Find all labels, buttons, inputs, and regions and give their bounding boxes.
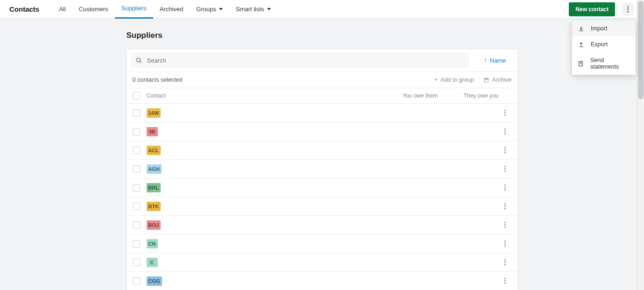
table-body: 14W 3B ACL AGH [127,104,517,290]
row-menu-button[interactable] [499,128,512,134]
row-menu-button[interactable] [499,166,512,172]
dropdown-item-export[interactable]: Export [572,36,636,52]
nav-tabs: AllCustomersSuppliersArchivedGroupsSmart… [52,0,277,19]
page-title: Suppliers [127,31,518,40]
add-to-group-button[interactable]: + Add to group [434,77,474,83]
nav-tab-smart-lists[interactable]: Smart lists [229,0,277,19]
nav-tab-suppliers[interactable]: Suppliers [115,0,153,19]
row-menu-button[interactable] [499,259,512,265]
new-contact-button[interactable]: New contact [569,2,615,16]
scrollbar-thumb[interactable] [638,1,644,99]
nav-tab-label: Customers [79,0,108,19]
table-row[interactable]: BTK [127,197,517,216]
row-menu-button[interactable] [499,147,512,153]
nav-tab-label: Smart lists [236,0,264,19]
contact-badge: 3B [147,127,158,136]
contact-badge: BRL [147,183,161,192]
contact-badge: CGG [147,276,162,286]
row-checkbox[interactable] [133,109,140,117]
search-input[interactable] [142,57,464,64]
row-menu-button[interactable] [499,240,512,247]
table-row[interactable]: ACL [127,141,517,160]
row-menu-button[interactable] [499,222,512,228]
table-row[interactable]: 14W [127,104,517,122]
sort-label: Name [490,57,506,64]
dropdown-item-send-statements[interactable]: Send statements [572,52,636,75]
import-icon [578,25,584,32]
nav-tab-groups[interactable]: Groups [190,0,229,19]
row-menu-button[interactable] [499,203,512,209]
selection-count: 0 contacts selected [133,77,183,83]
row-checkbox[interactable] [133,259,140,266]
nav-tab-label: Archived [160,0,184,19]
chevron-down-icon [219,8,223,10]
statement-icon [578,60,584,67]
table-row[interactable]: AGH [127,160,517,178]
scrollbar[interactable] [637,0,644,290]
nav-title: Contacts [9,5,39,13]
nav-tab-label: All [59,0,65,19]
column-you-owe[interactable]: You owe them [377,92,438,99]
row-checkbox[interactable] [133,165,140,173]
add-to-group-label: Add to group [440,77,474,83]
selection-bar: 0 contacts selected + Add to group Archi… [127,72,517,88]
row-checkbox[interactable] [133,203,140,210]
export-icon [578,41,584,48]
contact-badge: ACL [147,146,161,155]
dropdown-item-label: Export [591,41,608,48]
search-icon [135,57,142,64]
chevron-down-icon [267,8,271,10]
table-row[interactable]: CGG [127,272,517,290]
nav-right: New contact [569,2,635,16]
top-nav: Contacts AllCustomersSuppliersArchivedGr… [0,0,644,19]
contact-badge: BTK [147,202,161,211]
contact-badge: C [147,258,158,267]
archive-label: Archive [492,77,512,83]
contacts-card: ↑ Name 0 contacts selected + Add to grou… [127,49,518,290]
selection-actions: + Add to group Archive [434,77,512,83]
row-checkbox[interactable] [133,277,140,285]
nav-tab-label: Groups [196,0,216,19]
archive-button[interactable]: Archive [483,77,512,83]
sort-asc-icon: ↑ [484,57,487,64]
contact-badge: BOJ [147,220,161,230]
row-menu-button[interactable] [499,110,512,116]
row-checkbox[interactable] [133,147,140,154]
table-row[interactable]: CN [127,234,517,253]
svg-point-7 [136,58,140,62]
overflow-menu-button[interactable] [621,2,635,16]
contact-badge: CN [147,239,158,248]
dropdown-item-label: Send statements [590,57,630,70]
overflow-dropdown: ImportExportSend statements [572,21,636,75]
page-content: Suppliers ↑ Name 0 contacts selected + A… [127,19,518,290]
sort-button[interactable]: ↑ Name [473,57,517,64]
select-all-checkbox[interactable] [133,92,140,99]
plus-icon: + [434,77,438,83]
svg-line-8 [140,61,141,63]
search-sort-row: ↑ Name [127,49,517,72]
column-they-owe[interactable]: They owe you [438,92,499,99]
row-checkbox[interactable] [133,184,140,191]
table-row[interactable]: C [127,253,517,272]
search-box[interactable] [131,53,469,68]
svg-rect-9 [484,78,488,79]
row-checkbox[interactable] [133,221,140,229]
svg-rect-10 [485,79,488,82]
nav-tab-all[interactable]: All [52,0,72,19]
nav-tab-customers[interactable]: Customers [72,0,115,19]
row-menu-button[interactable] [499,278,512,284]
row-checkbox[interactable] [133,240,140,248]
row-checkbox[interactable] [133,128,140,135]
archive-icon [483,77,489,83]
nav-tab-archived[interactable]: Archived [153,0,190,19]
row-menu-button[interactable] [499,184,512,191]
column-contact[interactable]: Contact [147,92,377,99]
nav-tab-label: Suppliers [121,0,147,18]
contact-badge: 14W [147,108,161,118]
table-row[interactable]: 3B [127,122,517,141]
table-row[interactable]: BRL [127,178,517,197]
dropdown-item-import[interactable]: Import [572,21,636,36]
contact-badge: AGH [147,164,162,174]
table-header: Contact You owe them They owe you [127,88,517,104]
table-row[interactable]: BOJ [127,216,517,234]
